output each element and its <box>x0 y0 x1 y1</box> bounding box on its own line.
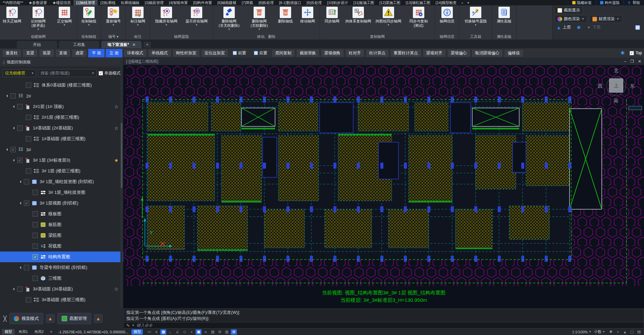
tree-scrollbar-thumb[interactable] <box>121 123 122 188</box>
color-render-dropdown[interactable]: 颜色渲染▼ <box>554 15 587 23</box>
units-dropdown[interactable]: 小数▼ <box>594 329 605 334</box>
layout-tab-布局1[interactable]: 布局1 <box>16 329 31 335</box>
snap-mode-icon[interactable]: # <box>153 329 159 335</box>
document-tab-1[interactable]: 开始 <box>17 41 57 48</box>
dropdown-caret-icon[interactable]: ▼ <box>112 24 115 26</box>
tree-checkbox[interactable] <box>33 190 38 195</box>
tree-row-9[interactable]: 3# 1层 (楼层三维图) <box>0 166 123 176</box>
tree-checkbox[interactable] <box>26 297 31 302</box>
tree-checkbox[interactable] <box>33 222 38 227</box>
drag-grip-icon[interactable]: ⣿ <box>3 60 5 64</box>
tree-row-8[interactable]: ✓3# 1层 (3#标准层3)★ <box>0 155 123 166</box>
menu-item-14[interactable]: [9]后处理 <box>304 0 324 5</box>
expand-arrow-icon[interactable] <box>13 127 16 129</box>
expand-arrow-icon[interactable] <box>13 159 16 162</box>
ribbon-button-正交轴网[interactable]: 正交轴网▼ <box>54 6 75 26</box>
menu-item-8[interactable]: [4]智能布置 <box>166 0 191 5</box>
toolbar-button-截面替换[interactable]: 截面替换 <box>296 49 320 57</box>
ribbon-button-删除轴线[interactable]: 删除轴线 <box>275 6 296 23</box>
ortho-mode-icon[interactable]: ∟ <box>167 329 173 335</box>
expand-arrow-icon[interactable] <box>13 105 16 108</box>
clean-screen-icon[interactable]: ▤ <box>636 329 642 335</box>
expand-arrow-icon[interactable] <box>20 266 22 269</box>
toolbar-button-梁墙对齐[interactable]: 梁墙对齐 <box>423 49 446 57</box>
toolbar-button-直墙[interactable]: 直墙 <box>55 49 71 57</box>
toolbar-button-梁墙偏心[interactable]: 梁墙偏心 <box>447 49 471 57</box>
ribbon-button-删除轴网[interactable]: 删除轴网(非关联删除)▼ <box>214 6 244 31</box>
menu-item-7[interactable]: [3]截面管理 <box>142 0 166 5</box>
lineweight-icon[interactable]: ≡ <box>203 329 209 335</box>
tree-checkbox[interactable] <box>33 243 38 249</box>
model-space-toggle[interactable]: 模型 <box>131 329 143 335</box>
basemap-manage-button[interactable]: 底图管理 <box>57 313 91 324</box>
expand-arrow-icon[interactable] <box>13 288 16 290</box>
menu-overflow-icon[interactable]: » <box>459 0 465 5</box>
toolbar-button-刚性杆加宽[interactable]: 刚性杆加宽 <box>172 49 200 57</box>
command-history-caret[interactable]: ▼ <box>132 324 135 327</box>
ribbon-button-同步与复制[interactable]: 同步与复制(测试) <box>404 6 433 28</box>
toolbar-button-后置[interactable]: 后置 <box>251 49 271 57</box>
tree-row-19[interactable]: 三维图 <box>0 273 123 284</box>
menu-item-4[interactable]: [1]轴线管理 <box>73 0 98 5</box>
toolbar-button-梁墙倒角[interactable]: 梁墙倒角 <box>321 49 344 57</box>
tree-checkbox[interactable] <box>33 276 38 281</box>
menu-item-5[interactable]: [2]轮廓线 <box>98 0 118 5</box>
ribbon-button-跨体系复制轴网[interactable]: 跨体系复制轴网 <box>343 6 373 23</box>
toolbar-button-直梁[interactable]: 直梁 <box>22 49 38 57</box>
tree-row-17[interactable]: ✓结构布置图 <box>0 252 123 262</box>
toolbar-button-前置[interactable]: 前置 <box>229 49 250 57</box>
top-view-checkbox[interactable]: ✓Top <box>630 51 642 55</box>
favorite-star-icon[interactable]: ☆ <box>114 125 118 131</box>
viewport-close-icon[interactable]: ✕ <box>638 59 641 64</box>
expand-arrow-icon[interactable] <box>6 148 9 151</box>
tree-checkbox[interactable] <box>10 93 16 99</box>
toolbar-button-取消梁墙偏心[interactable]: 取消梁墙偏心 <box>472 49 503 57</box>
dropdown-caret-icon[interactable]: ▼ <box>88 24 90 26</box>
ribbon-button-轴网信息[interactable]: 轴网信息 <box>436 6 458 23</box>
dropdown-caret-icon[interactable]: ▼ <box>258 28 261 31</box>
tree-checkbox[interactable] <box>17 104 22 109</box>
menu-item-10[interactable]: [6]辅助建模 <box>215 0 239 5</box>
toolbar-button-立 面[interactable]: 立 面 <box>106 49 122 57</box>
toolbar-button-详看模式[interactable]: 详看模式 <box>123 49 147 57</box>
layout-tab-模型[interactable]: 模型 <box>2 329 15 335</box>
layout-tab-+[interactable]: + <box>47 329 55 335</box>
tree-checkbox[interactable] <box>26 168 31 174</box>
tree-row-7[interactable]: ✓3# <box>0 144 123 155</box>
expand-arrow-icon[interactable] <box>20 180 22 183</box>
tree-row-12[interactable]: ✓3# 1层视图 (剖切框) <box>0 198 123 209</box>
material-render-dropdown[interactable]: 材质渲染▼ <box>589 15 622 23</box>
toolbar-gear-icon[interactable]: ✱ <box>621 50 625 56</box>
menu-item-19[interactable]: [14]模型检查 <box>433 0 459 5</box>
compass-north-label[interactable]: 北 <box>614 68 619 74</box>
toolbar-button-柱对齐[interactable]: 柱对齐 <box>345 49 365 57</box>
tree-checkbox[interactable] <box>33 211 38 217</box>
single-select-checkbox[interactable]: ✓ 单选模式 <box>99 70 120 76</box>
favorite-star-icon[interactable]: ☆ <box>114 286 118 292</box>
tree-row-15[interactable]: 梁筋图 <box>0 230 123 241</box>
tree-checkbox[interactable]: ✓ <box>10 147 16 152</box>
tree-scrollbar[interactable] <box>120 58 123 309</box>
tree-checkbox[interactable] <box>24 179 29 184</box>
menu-item-9[interactable]: [5]构件布置 <box>191 0 215 5</box>
tree-checkbox[interactable]: ✓ <box>24 201 29 206</box>
grid-display-icon[interactable]: ▦ <box>160 329 166 335</box>
ribbon-button-跨图纸同步轴网[interactable]: 跨图纸同步轴网▼ <box>374 6 403 26</box>
tab-close-icon[interactable]: ✕ <box>132 43 136 47</box>
tree-checkbox[interactable]: ✓ <box>17 158 22 163</box>
dropdown-caret-icon[interactable]: ▼ <box>195 24 198 26</box>
ribbon-button-删除轴网[interactable]: 删除轴网(关联删除)▼ <box>245 6 274 31</box>
tree-row-13[interactable]: 模板图 <box>0 209 123 219</box>
floor-filter-dropdown[interactable]: 仅无锁楼层▼ <box>3 69 36 77</box>
tree-row-4[interactable]: 2#1层 (楼层三维图) <box>0 112 123 123</box>
menu-right-button-3[interactable]: ?帮助 <box>624 0 644 5</box>
tree-row-10[interactable]: 3# 1层_墙柱提资图 (剖切框) <box>0 176 123 187</box>
ribbon-button-转天正轴网[interactable]: 转天正轴网 <box>1 6 23 23</box>
monitor-icon[interactable]: ▢ <box>629 329 635 335</box>
tree-row-18[interactable]: 导梁专用剖切框 (剖切框) <box>0 262 123 273</box>
lower-floor-button[interactable]: ▼ 下层 <box>585 24 603 31</box>
menu-right-button-2[interactable]: 构件显隐 <box>596 0 624 5</box>
object-snap-tracking-icon[interactable]: + <box>189 329 195 335</box>
basemap-expand-button[interactable]: ▲ <box>94 314 103 323</box>
dynamic-input-icon[interactable]: ⊞ <box>231 329 237 335</box>
